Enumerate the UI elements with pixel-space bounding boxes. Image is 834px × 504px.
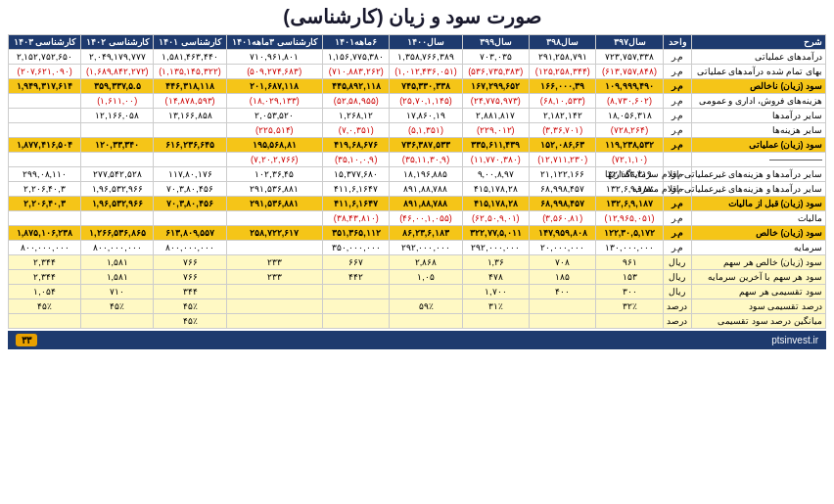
cell-7-y1401q: (۷,۲۰,۲,۷۶۶): [226, 153, 322, 167]
cell-7-k1403: [9, 153, 81, 167]
table-row: هزینه‌های فروش، اداری و عمومیم.ر(۸,۷۳۰,۶…: [9, 94, 826, 109]
cell-1-y397: (۶۱۳,۷۵۷,۸۴۸): [596, 65, 663, 79]
cell-9-y399: ۴۱۵,۱۷۸,۲۸: [462, 182, 529, 197]
cell-17-k1403: ۴۵٪: [9, 299, 81, 314]
cell-15-k1402: ۱,۵۸۱: [81, 270, 154, 285]
cell-5-label: سایر هزینه‌ها: [692, 123, 826, 138]
cell-7-unit: [663, 153, 691, 167]
cell-4-y398: ۲,۱۸۲,۱۴۲: [529, 109, 595, 123]
cell-7-label: ——————: [692, 153, 826, 167]
cell-13-unit: م.ر: [663, 241, 691, 255]
cell-12-unit: م.ر: [663, 226, 691, 241]
cell-18-k1403: [9, 314, 81, 329]
cell-2-y398: ۱۶۶,۰۰۰,۳۹: [529, 79, 595, 94]
cell-12-k1402: ۱,۲۶۶,۵۳۶,۸۶۵: [81, 226, 154, 241]
cell-1-y1400: (۱,۰۱۲,۴۳۶,۰۵۱): [390, 65, 462, 79]
cell-14-y399: ۱,۳۶: [462, 255, 529, 270]
cell-3-y397: (۸,۷۳۰,۶۰۲): [596, 94, 663, 109]
cell-13-y397: ۱۳۰,۰۰۰,۰۰۰: [596, 241, 663, 255]
cell-1-y399: (۵۳۶,۷۳۵,۳۸۳): [462, 65, 529, 79]
cell-17-k1401: ۴۵٪: [154, 299, 226, 314]
cell-4-y397: ۱۸,۰۵۶,۳۱۸: [596, 109, 663, 123]
cell-15-y1401h: ۴۴۲: [323, 270, 390, 285]
cell-4-unit: م.ر: [663, 109, 691, 123]
cell-14-k1402: ۱,۵۸۱: [81, 255, 154, 270]
cell-18-label: میانگین درصد سود تقسیمی: [692, 314, 826, 329]
cell-17-y399: ۳۱٪: [462, 299, 529, 314]
cell-5-y397: (۷۲۸,۲۶۴): [596, 123, 663, 138]
cell-9-y1400: ۸۹۱,۸۸,۷۸۸: [390, 182, 462, 197]
cell-2-y1400: ۷۴۵,۳۳۰,۳۳۸: [390, 79, 462, 94]
col-header-unit: واحد: [663, 35, 691, 50]
cell-6-k1403: ۱,۸۷۷,۴۱۶,۵۰۴: [9, 138, 81, 153]
cell-6-unit: م.ر: [663, 138, 691, 153]
cell-0-k1402: ۲,۰۴۹,۱۷۹,۷۷۷: [81, 50, 154, 65]
table-row: سایر درآمدهام.ر۱۸,۰۵۶,۳۱۸۲,۱۸۲,۱۴۲۲,۸۸۱,…: [9, 109, 826, 123]
cell-9-y1401q: ۲۹۱,۵۳۶,۸۸۱: [226, 182, 322, 197]
page-container: صورت سود و زیان (کارشناسی) شرح واحد سال۳…: [0, 0, 834, 354]
cell-18-k1401: ۴۵٪: [154, 314, 226, 329]
cell-11-y397: (۱۲,۹۶۵,۰۵۱): [596, 211, 663, 226]
cell-12-y1401q: ۲۵۸,۷۲۲,۶۱۷: [226, 226, 322, 241]
footer-bar: ptsinvest.ir ۳۳: [8, 331, 826, 349]
col-header-y1401q: کارشناسی ۳ماهه۱۴۰۱: [226, 35, 322, 50]
cell-14-unit: ریال: [663, 255, 691, 270]
cell-8-y398: ۲۱,۱۲۲,۱۶۶: [529, 167, 595, 182]
cell-16-unit: ریال: [663, 285, 691, 299]
footer-site: ptsinvest.ir: [771, 335, 818, 345]
cell-2-unit: م.ر: [663, 79, 691, 94]
cell-4-y399: ۲,۸۸۱,۸۱۷: [462, 109, 529, 123]
cell-18-y399: [462, 314, 529, 329]
cell-18-y397: [596, 314, 663, 329]
cell-11-k1401: [154, 211, 226, 226]
table-row: سود هر سهم با آخرین سرمایهریال۱۵۳۱۸۵۴۷۸۱…: [9, 270, 826, 285]
cell-8-k1402: ۲۷۷,۵۴۲,۵۲۸: [81, 167, 154, 182]
cell-16-y397: ۳۰۰: [596, 285, 663, 299]
col-header-k1402: کارشناسی ۱۴۰۲: [81, 35, 154, 50]
col-header-y1401h: ۶ماهه۱۴۰۱: [323, 35, 390, 50]
cell-14-y1401q: ۲۳۳: [226, 255, 322, 270]
cell-16-y1401q: [226, 285, 322, 299]
col-header-label: شرح: [692, 35, 826, 50]
cell-16-y398: ۴۰۰: [529, 285, 595, 299]
cell-0-y1401q: ۷۱۰,۹۶۱,۸۰۱: [226, 50, 322, 65]
cell-12-k1403: ۱,۸۷۵,۱۰۶,۲۳۸: [9, 226, 81, 241]
cell-1-label: بهای تمام شده درآمدهای عملیاتی: [692, 65, 826, 79]
cell-13-y1401h: ۳۵۰,۰۰۰,۰۰۰: [323, 241, 390, 255]
cell-6-y1401h: ۴۱۹,۶۸,۶۷۶: [323, 138, 390, 153]
cell-8-y1401q: ۱۰۲,۳۶,۴۵: [226, 167, 322, 182]
cell-11-y1401q: [226, 211, 322, 226]
table-row: مالیاتم.ر(۱۲,۹۶۵,۰۵۱)(۳,۵۶۰,۸۱)(۶۲,۵۰,۹,…: [9, 211, 826, 226]
table-row: سود (زیان) ناخالصم.ر۱۰۹,۹۹۹,۴۹۰۱۶۶,۰۰۰,۳…: [9, 79, 826, 94]
cell-0-y397: ۷۲۳,۷۵۷,۳۳۸: [596, 50, 663, 65]
cell-18-y398: [529, 314, 595, 329]
cell-1-y1401h: (۷۱۰,۸۸۳,۲۶۲): [323, 65, 390, 79]
cell-14-y1400: ۲,۸۶۸: [390, 255, 462, 270]
table-row: سایر درآمدها و هزینه‌های غیرعملیاتی- اقل…: [9, 182, 826, 197]
cell-13-y399: ۲۹۲,۰۰۰,۰۰۰: [462, 241, 529, 255]
cell-14-k1403: ۲,۳۴۴: [9, 255, 81, 270]
cell-12-k1401: ۶۱۳,۸۰۹,۵۵۷: [154, 226, 226, 241]
cell-1-k1402: (۱,۶۸۹,۸۴۲,۲۷۲): [81, 65, 154, 79]
cell-4-y1401h: ۱,۲۶۸,۱۲: [323, 109, 390, 123]
cell-16-k1401: ۳۴۴: [154, 285, 226, 299]
cell-10-y398: ۶۸,۹۹۸,۴۵۷: [529, 197, 595, 211]
cell-17-unit: درصد: [663, 299, 691, 314]
cell-15-k1403: ۲,۳۴۴: [9, 270, 81, 285]
cell-6-y397: ۱۱۹,۲۳۸,۵۳۲: [596, 138, 663, 153]
table-row: سود (زیان) عملیاتیم.ر۱۱۹,۲۳۸,۵۳۲۱۵۲,۰۸۶,…: [9, 138, 826, 153]
cell-11-k1402: [81, 211, 154, 226]
cell-3-k1403: [9, 94, 81, 109]
cell-6-y398: ۱۵۲,۰۸۶,۶۳: [529, 138, 595, 153]
cell-16-y1400: [390, 285, 462, 299]
cell-8-y399: ۹,۰۰,۸,۹۷: [462, 167, 529, 182]
cell-15-k1401: ۷۶۶: [154, 270, 226, 285]
col-header-y397: سال۳۹۷: [596, 35, 663, 50]
cell-13-y1401q: [226, 241, 322, 255]
financial-table: شرح واحد سال۳۹۷ سال۳۹۸ سال۳۹۹ سال۱۴۰۰ ۶م…: [8, 34, 826, 329]
cell-4-label: سایر درآمدها: [692, 109, 826, 123]
cell-1-unit: م.ر: [663, 65, 691, 79]
table-row: سرمایهم.ر۱۳۰,۰۰۰,۰۰۰۲۰,۰۰۰,۰۰۰۲۹۲,۰۰۰,۰۰…: [9, 241, 826, 255]
table-row: میانگین درصد سود تقسیمیدرصد۴۵٪: [9, 314, 826, 329]
cell-2-y1401q: ۲۰۱,۶۸۷,۱۱۸: [226, 79, 322, 94]
